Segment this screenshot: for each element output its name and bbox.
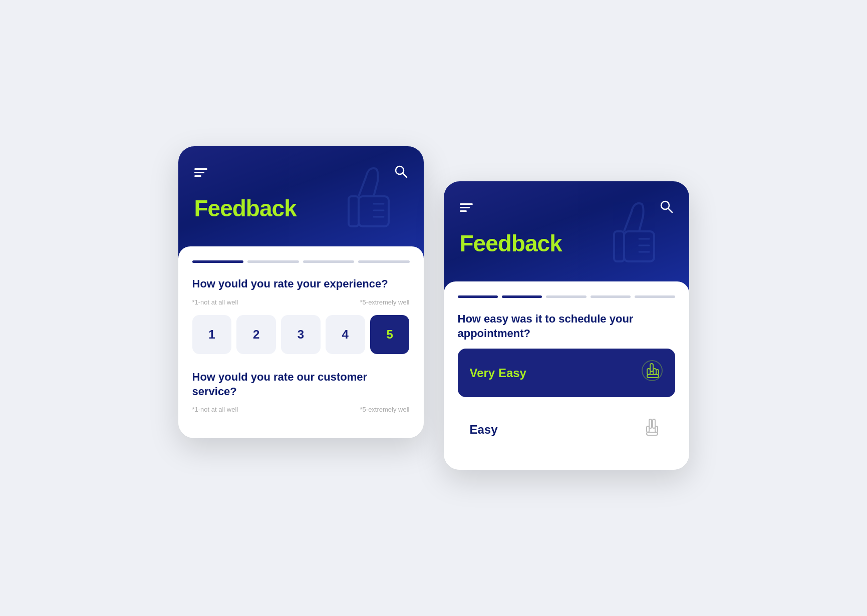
right-phone: Feedback	[444, 181, 689, 470]
hamburger-menu-icon[interactable]	[194, 168, 207, 177]
right-progress-bar-4	[591, 295, 631, 298]
scale-hints-2: *1-not at all well *5-extremely well	[192, 406, 410, 413]
rating-btn-4[interactable]: 4	[326, 315, 365, 355]
right-progress-bar-1	[458, 295, 498, 298]
progress-bar-3	[303, 260, 355, 263]
answer-easy-icon	[641, 416, 663, 443]
scale-hint-high-1: *5-extremely well	[360, 298, 410, 306]
left-phone-header: Feedback	[178, 146, 424, 261]
svg-rect-19	[647, 375, 659, 378]
scale-hints-1: *1-not at all well *5-extremely well	[192, 298, 410, 306]
svg-rect-18	[656, 370, 659, 375]
right-progress-bar-3	[546, 295, 586, 298]
left-progress-bars	[192, 260, 410, 263]
svg-rect-22	[647, 426, 649, 432]
svg-rect-24	[647, 432, 658, 435]
right-hamburger-menu-icon[interactable]	[460, 203, 473, 212]
right-progress-bar-5	[635, 295, 675, 298]
progress-bar-2	[247, 260, 299, 263]
rating-btn-5[interactable]: 5	[370, 315, 410, 355]
progress-bar-4	[358, 260, 410, 263]
scale-hint-high-2: *5-extremely well	[360, 406, 410, 413]
left-phone: Feedback How	[178, 146, 424, 439]
right-question-text: How easy was it to schedule your appoint…	[458, 312, 675, 341]
right-hamburger-line-2	[460, 207, 470, 208]
rating-buttons-1: 1 2 3 4 5	[192, 315, 410, 355]
answer-very-easy[interactable]: Very Easy	[458, 349, 675, 397]
question-2-text: How yould you rate our customer service?	[192, 370, 410, 399]
svg-rect-16	[647, 369, 650, 375]
hamburger-line-1	[194, 168, 207, 170]
scale-hint-low-2: *1-not at all well	[192, 406, 238, 413]
left-phone-content: How yould you rate your experience? *1-n…	[178, 246, 424, 439]
right-phone-content: How easy was it to schedule your appoint…	[444, 281, 689, 470]
right-hamburger-line-3	[460, 210, 467, 212]
rating-btn-2[interactable]: 2	[236, 315, 276, 355]
answer-options: Very Easy	[458, 349, 675, 454]
right-feedback-title: Feedback	[460, 230, 673, 257]
screens-container: Feedback How	[178, 146, 689, 470]
rating-btn-3[interactable]: 3	[281, 315, 321, 355]
left-feedback-title: Feedback	[194, 195, 408, 222]
hamburger-line-3	[194, 175, 201, 177]
question-1-text: How yould you rate your experience?	[192, 277, 410, 291]
answer-easy-label: Easy	[470, 423, 498, 437]
question-2: How yould you rate our customer service?…	[192, 370, 410, 413]
answer-easy[interactable]: Easy	[458, 405, 675, 454]
rating-btn-1[interactable]: 1	[192, 315, 232, 355]
right-progress-bars	[458, 295, 675, 298]
answer-very-easy-label: Very Easy	[470, 366, 526, 380]
answer-very-easy-icon	[641, 360, 663, 386]
right-progress-bar-2	[502, 295, 542, 298]
hamburger-line-2	[194, 172, 204, 173]
right-hamburger-line-1	[460, 203, 473, 205]
progress-bar-1	[192, 260, 244, 263]
scale-hint-low-1: *1-not at all well	[192, 298, 238, 306]
svg-rect-23	[655, 426, 658, 432]
right-phone-header: Feedback	[444, 181, 689, 296]
